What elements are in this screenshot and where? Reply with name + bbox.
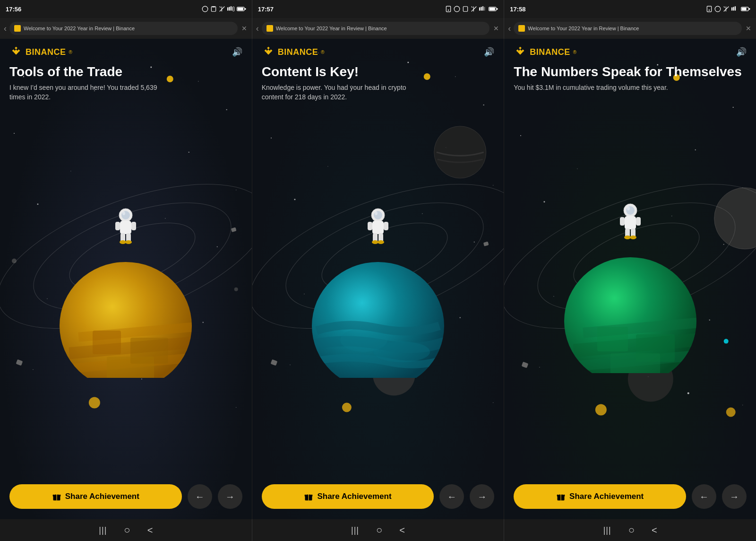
binance-icon-1 xyxy=(9,45,23,59)
back-btn-nav-1[interactable]: < xyxy=(147,525,153,536)
svg-rect-120 xyxy=(384,222,388,230)
home-btn-2[interactable]: ○ xyxy=(376,524,382,536)
next-btn-1[interactable]: → xyxy=(218,484,242,509)
binance-logo-text-1: BINANCE xyxy=(26,47,66,57)
prev-btn-2[interactable]: ← xyxy=(439,484,464,509)
svg-rect-66 xyxy=(131,222,136,230)
share-achievement-btn-2[interactable]: Share Achievement xyxy=(262,484,434,509)
panel-1: BINANCE® 🔊 Tools of the Trade I knew I'd… xyxy=(0,39,252,519)
share-achievement-btn-3[interactable]: Share Achievement xyxy=(514,484,686,509)
tab-bar-3: ‹ Welcome to Your 2022 Year in Review | … xyxy=(504,18,756,39)
svg-rect-171 xyxy=(625,216,636,229)
svg-point-70 xyxy=(125,240,132,244)
recents-btn-2[interactable]: ||| xyxy=(351,525,359,535)
binance-icon-2 xyxy=(262,45,275,59)
svg-point-69 xyxy=(120,240,126,244)
astronaut-3 xyxy=(616,202,644,244)
panel-3-bottom: Share Achievement ← → xyxy=(514,479,747,513)
back-btn-1[interactable]: ‹ xyxy=(4,24,7,34)
back-btn-2[interactable]: ‹ xyxy=(256,24,259,34)
status-icons-3 xyxy=(706,6,750,12)
tab-close-1[interactable]: ✕ xyxy=(241,24,248,33)
android-nav-3: ||| ○ < xyxy=(504,519,756,541)
share-label-3: Share Achievement xyxy=(569,492,644,501)
planet-container-1 xyxy=(55,207,197,378)
svg-point-71 xyxy=(122,211,125,215)
svg-rect-79 xyxy=(107,357,154,378)
prev-btn-1[interactable]: ← xyxy=(188,484,212,509)
favicon-1 xyxy=(14,25,21,32)
favicon-2 xyxy=(266,25,273,32)
panel-2-main-title: Content Is Key! xyxy=(262,64,495,79)
tab-bar-1: ‹ Welcome to Your 2022 Year in Review | … xyxy=(0,18,252,39)
svg-marker-57 xyxy=(15,47,17,50)
share-label-2: Share Achievement xyxy=(317,492,391,501)
svg-rect-186 xyxy=(610,353,660,373)
svg-point-12 xyxy=(455,6,460,12)
panel-3-header: BINANCE® 🔊 xyxy=(514,45,747,59)
home-btn-1[interactable]: ○ xyxy=(124,524,130,536)
astronaut-1 xyxy=(112,207,140,249)
gift-icon-3 xyxy=(556,492,566,501)
svg-rect-16 xyxy=(482,6,483,10)
svg-point-11 xyxy=(448,9,449,10)
panel-2: BINANCE® 🔊 Content Is Key! Knowledge is … xyxy=(252,39,505,519)
sound-icon-3[interactable]: 🔊 xyxy=(736,47,747,57)
back-btn-3[interactable]: ‹ xyxy=(508,24,511,34)
prev-btn-3[interactable]: ← xyxy=(692,484,716,509)
svg-rect-118 xyxy=(372,221,384,234)
status-bars: 17:56 17:57 17:58 xyxy=(0,0,756,18)
svg-marker-115 xyxy=(266,49,271,54)
astronaut-2 xyxy=(364,207,392,249)
svg-marker-164 xyxy=(519,47,522,50)
svg-rect-4 xyxy=(231,6,232,10)
status-bar-1: 17:56 xyxy=(0,0,252,18)
share-achievement-btn-1[interactable]: Share Achievement xyxy=(9,484,182,509)
binance-logo-text-3: BINANCE xyxy=(530,47,570,57)
tab-title-text-2: Welcome to Your 2022 Year in Review | Bi… xyxy=(276,26,387,31)
gift-icon-2 xyxy=(304,492,313,501)
android-nav-2: ||| ○ < xyxy=(252,519,505,541)
next-btn-2[interactable]: → xyxy=(470,484,494,509)
back-btn-nav-3[interactable]: < xyxy=(652,525,657,536)
svg-point-178 xyxy=(627,207,630,210)
binance-logo-3: BINANCE® xyxy=(514,45,576,59)
tab-close-2[interactable]: ✕ xyxy=(492,24,500,33)
tab-title-3[interactable]: Welcome to Your 2022 Year in Review | Bi… xyxy=(514,22,742,35)
back-btn-nav-2[interactable]: < xyxy=(399,525,405,536)
main-panels: BINANCE® 🔊 Tools of the Trade I knew I'd… xyxy=(0,39,756,519)
svg-marker-168 xyxy=(518,49,523,54)
recents-btn-1[interactable]: ||| xyxy=(99,525,107,535)
tab-bar-2: ‹ Welcome to Your 2022 Year in Review | … xyxy=(252,18,505,39)
svg-rect-3 xyxy=(229,7,230,10)
svg-marker-111 xyxy=(267,47,270,50)
planet-container-2 xyxy=(307,207,449,378)
planet-2 xyxy=(307,245,449,378)
svg-rect-9 xyxy=(244,8,246,9)
panel-1-bottom: Share Achievement ← → xyxy=(9,479,242,513)
sound-icon-2[interactable]: 🔊 xyxy=(484,47,494,57)
time-1: 17:56 xyxy=(6,6,21,13)
panel-1-content: BINANCE® 🔊 Tools of the Trade I knew I'd… xyxy=(0,39,252,519)
panel-2-header: BINANCE® 🔊 xyxy=(262,45,495,59)
svg-rect-29 xyxy=(749,8,750,9)
svg-rect-10 xyxy=(447,6,451,12)
planet-1 xyxy=(55,245,197,378)
status-bar-3: 17:58 xyxy=(504,0,756,18)
planet-3 xyxy=(559,241,701,373)
panel-3-subtitle: You hit $3.1M in cumulative trading volu… xyxy=(514,83,674,93)
panel-1-subtitle: I knew I'd seen you around here! You tra… xyxy=(9,83,170,102)
tab-title-1[interactable]: Welcome to Your 2022 Year in Review | Bi… xyxy=(9,22,238,35)
panel-1-main-title: Tools of the Trade xyxy=(9,64,242,79)
binance-icon-3 xyxy=(514,45,527,59)
tab-title-2[interactable]: Welcome to Your 2022 Year in Review | Bi… xyxy=(262,22,490,35)
status-bar-2: 17:57 xyxy=(252,0,505,18)
svg-rect-184 xyxy=(597,327,628,351)
recents-btn-3[interactable]: ||| xyxy=(603,525,611,535)
tab-close-3[interactable]: ✕ xyxy=(745,24,752,33)
home-btn-3[interactable]: ○ xyxy=(628,524,635,536)
status-icons-1 xyxy=(202,6,246,12)
next-btn-3[interactable]: → xyxy=(722,484,747,509)
sound-icon-1[interactable]: 🔊 xyxy=(232,47,242,57)
binance-logo-1: BINANCE® xyxy=(9,45,72,59)
